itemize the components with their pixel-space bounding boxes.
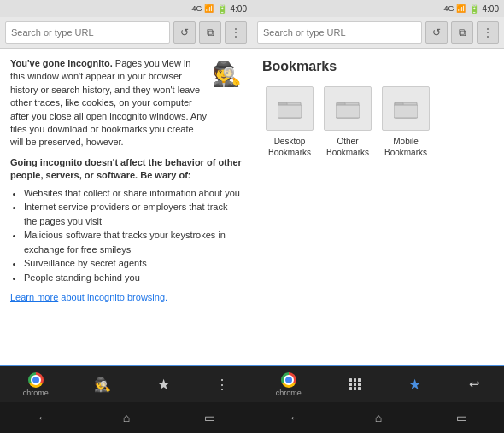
right-tab-button[interactable]: ⧉	[451, 21, 473, 44]
left-recent-button[interactable]: ▭	[204, 411, 215, 424]
left-menu-button[interactable]: ⋮	[225, 21, 247, 44]
left-home-button[interactable]: ⌂	[123, 411, 130, 424]
mobile-bookmark-label: MobileBookmarks	[384, 136, 427, 158]
incognito-nav-icon: 🕵	[94, 377, 111, 393]
right-history-nav[interactable]: ↩	[469, 377, 480, 392]
right-url-bar: ↺ ⧉ ⋮	[252, 17, 504, 49]
left-signal-bars: 📶	[204, 4, 214, 13]
incognito-header: You've gone incognito. Pages you view in…	[10, 57, 242, 149]
bullet-item-3: Malicious software that tracks your keys…	[24, 228, 242, 256]
left-back-button[interactable]: ←	[37, 411, 49, 424]
mobile-folder-icon	[382, 86, 430, 131]
left-url-input[interactable]	[5, 21, 170, 44]
svg-rect-8	[394, 105, 418, 118]
right-url-input[interactable]	[257, 21, 422, 44]
right-back-button[interactable]: ←	[289, 411, 301, 424]
grid-tabs-icon	[349, 378, 361, 390]
left-bottom-nav: chrome 🕵 ★ ⋮	[0, 365, 252, 402]
bookmarks-page-title: Bookmarks	[262, 57, 494, 74]
left-star-nav[interactable]: ★	[157, 376, 170, 394]
left-incognito-nav[interactable]: 🕵	[94, 377, 111, 393]
bookmark-other[interactable]: OtherBookmarks	[324, 86, 372, 158]
bullet-item-2: Internet service providers or employers …	[24, 200, 242, 228]
right-refresh-button[interactable]: ↺	[425, 21, 448, 44]
right-network-label: 4G	[444, 4, 454, 13]
learn-more-suffix: about incognito browsing.	[61, 292, 167, 302]
left-url-bar: ↺ ⧉ ⋮	[0, 17, 252, 49]
right-chrome-label: chrome	[276, 389, 302, 397]
right-signal: 4G 📶	[444, 4, 466, 13]
right-recent-button[interactable]: ▭	[456, 411, 467, 424]
left-chrome-label: chrome	[23, 389, 49, 397]
other-bookmark-label: OtherBookmarks	[326, 136, 369, 158]
right-bottom-nav: chrome ★ ↩	[252, 365, 504, 402]
left-time: 4:00	[231, 4, 247, 14]
right-chrome-logo-icon	[281, 372, 296, 388]
right-menu-button[interactable]: ⋮	[477, 21, 499, 44]
right-android-bar: ← ⌂ ▭	[252, 402, 504, 433]
right-status-bar: 4G 📶 🔋 4:00	[252, 0, 504, 17]
left-network-label: 4G	[192, 4, 202, 13]
svg-rect-2	[278, 105, 302, 118]
left-battery: 🔋	[217, 4, 227, 14]
learn-more-anchor[interactable]: Learn more	[10, 292, 58, 302]
learn-more-link[interactable]: Learn more about incognito browsing.	[10, 291, 242, 304]
incognito-intro: Pages you view in this window won't appe…	[10, 58, 207, 147]
incognito-content: You've gone incognito. Pages you view in…	[10, 57, 242, 304]
left-content-area: You've gone incognito. Pages you view in…	[0, 49, 252, 365]
right-content-area: Bookmarks DesktopBookmarks	[252, 49, 504, 365]
bullet-item-5: People standing behind you	[24, 271, 242, 285]
bullet-item-1: Websites that collect or share informati…	[24, 186, 242, 201]
right-signal-bars: 📶	[456, 4, 466, 13]
left-status-bar: 4G 📶 🔋 4:00	[0, 0, 252, 17]
left-refresh-button[interactable]: ↺	[173, 21, 196, 44]
desktop-bookmark-label: DesktopBookmarks	[268, 136, 311, 158]
desktop-folder-icon	[266, 86, 314, 131]
bullet-item-4: Surveillance by secret agents	[24, 256, 242, 271]
left-signal: 4G 📶	[192, 4, 214, 13]
left-star-icon: ★	[157, 376, 170, 394]
bookmarks-grid: DesktopBookmarks OtherBookmarks	[262, 86, 494, 158]
right-star-nav[interactable]: ★	[408, 376, 421, 394]
left-android-bar: ← ⌂ ▭	[0, 402, 252, 433]
chrome-logo-icon	[28, 372, 44, 388]
left-overflow-nav[interactable]: ⋮	[215, 377, 229, 393]
right-phone-panel: 4G 📶 🔋 4:00 ↺ ⧉ ⋮ Bookmarks	[252, 0, 504, 433]
incognito-heading: You've gone incognito.	[10, 58, 113, 68]
incognito-intro-text: You've gone incognito. Pages you view in…	[10, 57, 242, 149]
svg-rect-5	[336, 105, 360, 118]
left-overflow-icon: ⋮	[215, 377, 229, 393]
right-battery: 🔋	[469, 4, 479, 14]
right-history-icon: ↩	[469, 377, 480, 392]
bookmark-mobile[interactable]: MobileBookmarks	[382, 86, 430, 158]
right-star-icon: ★	[408, 376, 421, 394]
left-tab-button[interactable]: ⧉	[199, 21, 221, 44]
right-grid-nav[interactable]	[349, 378, 361, 390]
right-home-button[interactable]: ⌂	[375, 411, 382, 424]
incognito-bullet-list: Websites that collect or share informati…	[10, 186, 242, 285]
incognito-spy-icon: 🕵	[212, 57, 242, 91]
right-chrome-nav[interactable]: chrome	[276, 372, 302, 397]
left-phone-panel: 4G 📶 🔋 4:00 ↺ ⧉ ⋮ You've gone	[0, 0, 252, 433]
right-time: 4:00	[483, 4, 499, 14]
other-folder-icon	[324, 86, 372, 131]
bookmark-desktop[interactable]: DesktopBookmarks	[266, 86, 314, 158]
incognito-subheading: Going incognito doesn't affect the behav…	[10, 156, 242, 183]
left-chrome-nav[interactable]: chrome	[23, 372, 49, 397]
